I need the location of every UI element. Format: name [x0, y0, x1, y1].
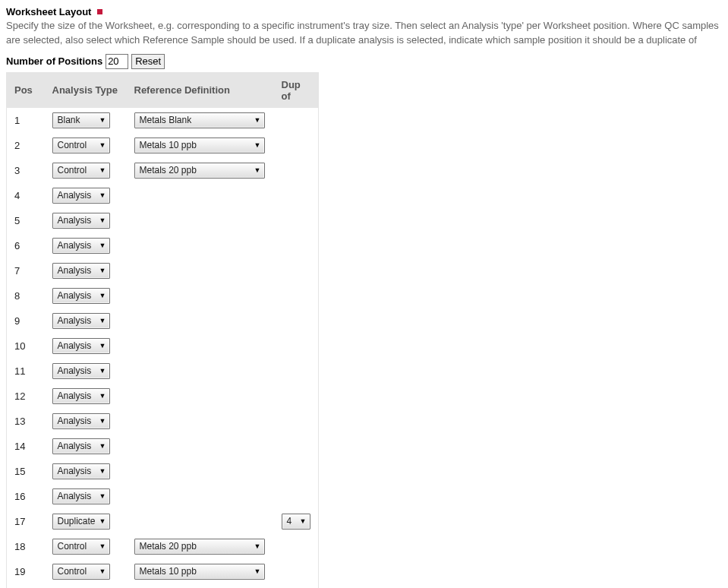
analysis-type-select-value: Analysis: [58, 441, 92, 451]
chevron-down-icon: ▼: [99, 116, 106, 124]
col-header-ref: Reference Definition: [127, 72, 274, 108]
chevron-down-icon: ▼: [254, 567, 261, 575]
reference-definition-select[interactable]: Metals 10 ppb▼: [134, 138, 265, 153]
analysis-type-select[interactable]: Analysis▼: [52, 263, 110, 279]
chevron-down-icon: ▼: [99, 166, 106, 174]
reference-definition-select[interactable]: Metals 20 ppb▼: [134, 163, 265, 179]
col-header-type: Analysis Type: [45, 72, 127, 108]
chevron-down-icon: ▼: [99, 367, 106, 375]
analysis-type-select-value: Analysis: [58, 240, 92, 251]
chevron-down-icon: ▼: [99, 392, 106, 400]
pos-cell: 14: [7, 434, 45, 459]
analysis-type-select[interactable]: Analysis▼: [52, 313, 110, 329]
dup-of-select[interactable]: 4▼: [282, 514, 310, 530]
analysis-type-select[interactable]: Control▼: [52, 163, 110, 179]
analysis-type-select[interactable]: Analysis▼: [52, 338, 110, 354]
chevron-down-icon: ▼: [99, 517, 106, 525]
analysis-type-select[interactable]: Analysis▼: [52, 213, 110, 229]
analysis-type-select[interactable]: Analysis▼: [52, 488, 110, 504]
analysis-type-select-value: Blank: [58, 115, 80, 125]
required-icon: [97, 9, 102, 14]
analysis-type-select-value: Analysis: [58, 215, 92, 226]
pos-cell: 8: [7, 283, 45, 308]
table-row: 1Blank▼Metals Blank▼: [7, 108, 319, 133]
reset-button[interactable]: Reset: [131, 54, 165, 69]
pos-cell: 6: [7, 233, 45, 258]
analysis-type-select-value: Analysis: [58, 315, 92, 326]
pos-cell: 4: [7, 183, 45, 208]
analysis-type-select[interactable]: Analysis▼: [52, 413, 110, 429]
reference-definition-select[interactable]: Metals 20 ppb▼: [134, 539, 265, 555]
chevron-down-icon: ▼: [254, 166, 261, 174]
analysis-type-select-value: Analysis: [58, 340, 92, 351]
analysis-type-select[interactable]: Analysis▼: [52, 288, 110, 304]
pos-cell: 1: [7, 108, 45, 133]
pos-cell: 7: [7, 258, 45, 283]
analysis-type-select[interactable]: Control▼: [52, 138, 110, 153]
pos-cell: 18: [7, 534, 45, 559]
table-row: 20Blank▼Metals Blank▼: [7, 584, 319, 588]
table-row: 3Control▼Metals 20 ppb▼: [7, 158, 319, 183]
analysis-type-select-value: Analysis: [58, 491, 92, 501]
table-row: 7Analysis▼: [7, 258, 319, 283]
analysis-type-select-value: Control: [58, 566, 87, 577]
table-row: 12Analysis▼: [7, 384, 319, 409]
reference-definition-select-value: Metals Blank: [140, 115, 192, 125]
analysis-type-select[interactable]: Analysis▼: [52, 438, 110, 454]
analysis-type-select[interactable]: Analysis▼: [52, 188, 110, 204]
table-row: 6Analysis▼: [7, 233, 319, 258]
analysis-type-select[interactable]: Control▼: [52, 539, 110, 555]
chevron-down-icon: ▼: [254, 116, 261, 124]
section-heading: Worksheet Layout: [6, 6, 91, 17]
table-row: 13Analysis▼: [7, 409, 319, 434]
reference-definition-select-value: Metals 20 ppb: [140, 541, 197, 552]
chevron-down-icon: ▼: [99, 567, 106, 575]
analysis-type-select[interactable]: Analysis▼: [52, 363, 110, 379]
table-row: 17Duplicate▼4▼: [7, 509, 319, 534]
analysis-type-select[interactable]: Control▼: [52, 564, 110, 580]
chevron-down-icon: ▼: [99, 217, 106, 224]
chevron-down-icon: ▼: [99, 191, 106, 199]
analysis-type-select-value: Duplicate: [58, 516, 96, 526]
chevron-down-icon: ▼: [99, 317, 106, 324]
table-row: 4Analysis▼: [7, 183, 319, 208]
table-row: 14Analysis▼: [7, 434, 319, 459]
table-row: 8Analysis▼: [7, 283, 319, 308]
reference-definition-select[interactable]: Metals Blank▼: [134, 112, 265, 128]
pos-cell: 10: [7, 334, 45, 359]
table-row: 10Analysis▼: [7, 334, 319, 359]
section-description: Specify the size of the Worksheet, e.g. …: [6, 19, 722, 48]
chevron-down-icon: ▼: [99, 417, 106, 425]
chevron-down-icon: ▼: [254, 141, 261, 149]
pos-cell: 12: [7, 384, 45, 409]
analysis-type-select-value: Analysis: [58, 365, 92, 376]
table-row: 18Control▼Metals 20 ppb▼: [7, 534, 319, 559]
chevron-down-icon: ▼: [99, 442, 106, 450]
analysis-type-select[interactable]: Analysis▼: [52, 238, 110, 254]
chevron-down-icon: ▼: [254, 542, 261, 550]
analysis-type-select-value: Analysis: [58, 466, 92, 476]
pos-cell: 5: [7, 208, 45, 233]
analysis-type-select-value: Analysis: [58, 265, 92, 276]
reference-definition-select[interactable]: Metals 10 ppb▼: [134, 564, 265, 580]
num-positions-input[interactable]: [106, 54, 128, 69]
analysis-type-select[interactable]: Analysis▼: [52, 463, 110, 479]
analysis-type-select[interactable]: Blank▼: [52, 112, 110, 128]
pos-cell: 9: [7, 308, 45, 334]
chevron-down-icon: ▼: [99, 292, 106, 299]
table-row: 5Analysis▼: [7, 208, 319, 233]
analysis-type-select[interactable]: Analysis▼: [52, 388, 110, 404]
num-positions-label: Number of Positions: [6, 55, 102, 67]
dup-of-select-value: 4: [287, 516, 292, 526]
analysis-type-select-value: Analysis: [58, 290, 92, 301]
pos-cell: 2: [7, 133, 45, 158]
analysis-type-select-value: Control: [58, 165, 87, 175]
chevron-down-icon: ▼: [99, 242, 106, 249]
analysis-type-select-value: Analysis: [58, 416, 92, 426]
chevron-down-icon: ▼: [99, 467, 106, 475]
table-row: 15Analysis▼: [7, 459, 319, 484]
reference-definition-select-value: Metals 10 ppb: [140, 566, 197, 577]
table-row: 11Analysis▼: [7, 359, 319, 384]
analysis-type-select[interactable]: Duplicate▼: [52, 514, 110, 530]
table-row: 16Analysis▼: [7, 484, 319, 509]
